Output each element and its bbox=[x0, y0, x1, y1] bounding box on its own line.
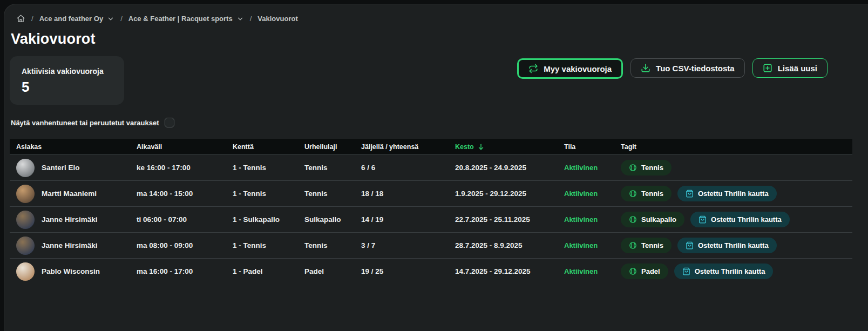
stat-label: Aktiivisia vakiovuoroja bbox=[22, 67, 112, 76]
tennis-ball-icon bbox=[629, 190, 637, 198]
status-badge: Aktiivinen bbox=[564, 190, 621, 198]
sport-tag: Tennis bbox=[621, 160, 672, 175]
status-badge: Aktiivinen bbox=[564, 267, 621, 275]
avatar bbox=[16, 159, 35, 177]
sport-tag: Tennis bbox=[621, 238, 672, 253]
customer-cell: Santeri Elo bbox=[16, 159, 137, 177]
avatar bbox=[16, 262, 35, 281]
table-row[interactable]: Santeri Elo ke 16:00 - 17:00 1 - Tennis … bbox=[10, 154, 852, 180]
shopping-bag-icon bbox=[686, 190, 694, 198]
timeslot-cell: ma 16:00 - 17:00 bbox=[137, 267, 233, 275]
customer-cell: Martti Maaniemi bbox=[16, 185, 137, 203]
court-cell: 1 - Tennis bbox=[233, 241, 304, 249]
duration-cell: 28.7.2025 - 8.9.2025 bbox=[455, 241, 564, 249]
breadcrumb-item-org[interactable]: Ace and feather Oy bbox=[39, 15, 115, 23]
tag-label: Tennis bbox=[641, 241, 663, 249]
sport-cell: Tennis bbox=[304, 164, 361, 172]
breadcrumb: / Ace and feather Oy / Ace & Feather | R… bbox=[16, 14, 868, 23]
column-header-urheilulaji[interactable]: Urheilulaji bbox=[304, 143, 361, 151]
sell-standing-shifts-button[interactable]: Myy vakiovuoroja bbox=[517, 58, 623, 79]
tag-label: Tennis bbox=[641, 190, 663, 198]
column-header-jaljella[interactable]: Jäljellä / yhteensä bbox=[361, 143, 455, 151]
duration-cell: 14.7.2025 - 29.12.2025 bbox=[455, 267, 564, 275]
status-badge: Aktiivinen bbox=[564, 164, 621, 172]
column-header-asiakas[interactable]: Asiakas bbox=[16, 143, 137, 151]
avatar bbox=[16, 237, 35, 255]
table-row[interactable]: Janne Hirsimäki ti 06:00 - 07:00 1 - Sul… bbox=[10, 206, 852, 232]
sport-cell: Padel bbox=[304, 267, 361, 275]
import-csv-button[interactable]: Tuo CSV-tiedostosta bbox=[630, 58, 745, 78]
tennis-ball-icon bbox=[629, 267, 637, 275]
column-header-tila[interactable]: Tila bbox=[564, 143, 621, 151]
download-icon bbox=[641, 63, 650, 73]
add-new-button[interactable]: Lisää uusi bbox=[752, 58, 828, 78]
sport-tag: Sulkapallo bbox=[621, 212, 684, 227]
duration-cell: 20.8.2025 - 24.9.2025 bbox=[455, 164, 564, 172]
court-cell: 1 - Padel bbox=[233, 267, 304, 275]
avatar bbox=[16, 211, 35, 229]
show-expired-checkbox-label: Näytä vanhentuneet tai peruutetut varauk… bbox=[11, 119, 159, 127]
timeslot-cell: ma 08:00 - 09:00 bbox=[137, 241, 233, 249]
customer-cell: Janne Hirsimäki bbox=[16, 237, 137, 255]
sport-cell: Tennis bbox=[304, 190, 361, 198]
remaining-cell: 6 / 6 bbox=[361, 164, 455, 172]
column-header-tagit[interactable]: Tagit bbox=[621, 143, 852, 151]
court-cell: 1 - Tennis bbox=[233, 164, 304, 172]
avatar bbox=[16, 185, 35, 203]
standing-shifts-table: Asiakas Aikaväli Kenttä Urheilulaji Jälj… bbox=[10, 139, 852, 284]
sport-cell: Tennis bbox=[304, 241, 361, 249]
column-header-kentta[interactable]: Kenttä bbox=[233, 143, 304, 151]
customer-name: Martti Maaniemi bbox=[42, 190, 97, 198]
court-cell: 1 - Sulkapallo bbox=[233, 215, 304, 224]
active-stat-card: Aktiivisia vakiovuoroja 5 bbox=[10, 56, 124, 105]
duration-cell: 22.7.2025 - 25.11.2025 bbox=[455, 215, 564, 224]
remaining-cell: 18 / 18 bbox=[361, 190, 455, 198]
action-buttons: Myy vakiovuoroja Tuo CSV-tiedostosta Lis… bbox=[517, 58, 828, 79]
table-row[interactable]: Martti Maaniemi ma 14:00 - 15:00 1 - Ten… bbox=[10, 180, 852, 206]
plus-square-icon bbox=[763, 63, 772, 73]
purchase-tag: Ostettu Thrilin kautta bbox=[677, 186, 777, 201]
customer-name: Pablo Wisconsin bbox=[42, 267, 100, 275]
table-row[interactable]: Janne Hirsimäki ma 08:00 - 09:00 1 - Ten… bbox=[10, 232, 852, 258]
customer-cell: Janne Hirsimäki bbox=[16, 211, 137, 229]
chevron-down-icon bbox=[107, 15, 114, 23]
column-header-aikavali[interactable]: Aikaväli bbox=[137, 143, 233, 151]
shopping-bag-icon bbox=[682, 267, 690, 275]
show-expired-checkbox[interactable] bbox=[165, 118, 174, 127]
remaining-cell: 19 / 25 bbox=[361, 267, 455, 275]
sport-cell: Sulkapallo bbox=[304, 215, 361, 224]
chevron-down-icon bbox=[236, 15, 244, 23]
sell-button-label: Myy vakiovuoroja bbox=[544, 64, 612, 73]
breadcrumb-item-page: Vakiovuorot bbox=[257, 15, 297, 23]
page-title: Vakiovuorot bbox=[11, 30, 868, 48]
column-header-kesto[interactable]: Kesto bbox=[455, 143, 564, 151]
filter-row: Näytä vanhentuneet tai peruutetut varauk… bbox=[11, 118, 868, 127]
main-panel: / Ace and feather Oy / Ace & Feather | R… bbox=[4, 4, 868, 331]
tags-cell: Tennis bbox=[621, 160, 852, 175]
toolbar-row: Aktiivisia vakiovuoroja 5 Myy vakiovuoro… bbox=[4, 56, 868, 105]
purchase-tag: Ostettu Thrilin kautta bbox=[677, 238, 777, 253]
tennis-ball-icon bbox=[629, 215, 637, 224]
tag-label: Ostettu Thrilin kautta bbox=[695, 267, 765, 275]
court-cell: 1 - Tennis bbox=[233, 190, 304, 198]
home-icon[interactable] bbox=[16, 14, 25, 23]
status-badge: Aktiivinen bbox=[564, 241, 621, 249]
purchase-tag: Ostettu Thrilin kautta bbox=[690, 212, 790, 227]
table-row[interactable]: Pablo Wisconsin ma 16:00 - 17:00 1 - Pad… bbox=[10, 258, 852, 284]
remaining-cell: 14 / 19 bbox=[361, 215, 455, 224]
timeslot-cell: ma 14:00 - 15:00 bbox=[137, 190, 233, 198]
import-button-label: Tuo CSV-tiedostosta bbox=[656, 64, 735, 73]
remaining-cell: 3 / 7 bbox=[361, 241, 455, 249]
tag-label: Tennis bbox=[641, 164, 663, 172]
timeslot-cell: ti 06:00 - 07:00 bbox=[137, 215, 233, 224]
status-badge: Aktiivinen bbox=[564, 215, 621, 224]
table-body: Santeri Elo ke 16:00 - 17:00 1 - Tennis … bbox=[10, 154, 852, 284]
repeat-icon bbox=[528, 64, 538, 73]
duration-cell: 1.9.2025 - 29.12.2025 bbox=[455, 190, 564, 198]
breadcrumb-separator: / bbox=[250, 15, 252, 23]
tags-cell: Padel Ostettu Thrilin kautta bbox=[621, 264, 852, 279]
tag-label: Ostettu Thrilin kautta bbox=[698, 190, 769, 198]
tag-label: Sulkapallo bbox=[641, 215, 676, 224]
breadcrumb-item-venue[interactable]: Ace & Feather | Racquet sports bbox=[128, 15, 244, 23]
add-button-label: Lisää uusi bbox=[778, 64, 817, 73]
